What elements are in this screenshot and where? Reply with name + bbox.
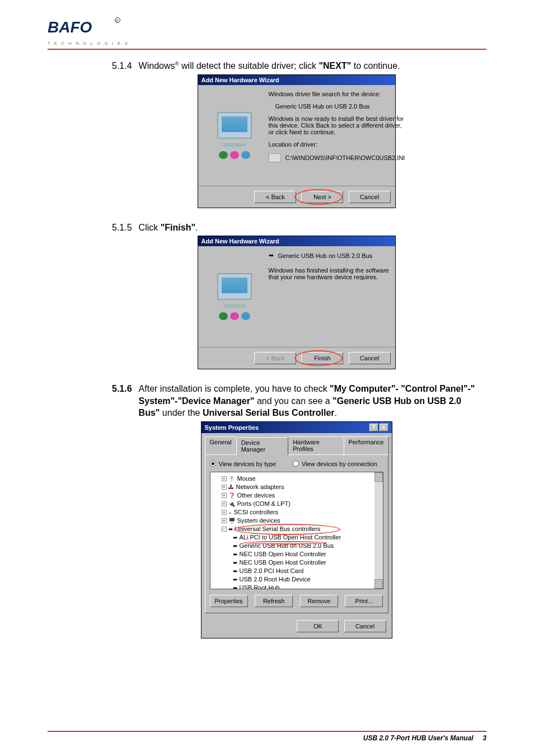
wizard-driver-path: C:\WINDOWS\INF\OTHER\OWC0USB2.INI [269, 153, 405, 162]
hardware-wizard-dialog-2: Add New Hardware Wizard ⬌ Generic USB Hu… [198, 236, 396, 369]
step-number: 5.1.5 [112, 222, 132, 234]
footer: USB 2.0 7-Port HUB User's Manual 3 [48, 731, 486, 742]
step-number: 5.1.4 [112, 60, 132, 72]
tree-usb-item[interactable]: ⬌NEC USB Open Host Controller [214, 558, 380, 567]
svg-text:BAFO: BAFO [48, 18, 92, 36]
header: BAFO R T E C H N O L O G I E S [48, 17, 486, 45]
step-516: 5.1.6 After installation is complete, yo… [112, 383, 481, 419]
inf-file-icon [269, 153, 281, 162]
logo: BAFO R T E C H N O L O G I E S [48, 17, 129, 45]
tree-scsi[interactable]: +⬩SCSI controllers [214, 508, 380, 516]
close-button[interactable]: × [380, 424, 388, 431]
wizard-line4: Location of driver: [269, 141, 405, 148]
help-button[interactable]: ? [369, 424, 378, 431]
wizard-illustration [204, 252, 265, 341]
dialog-title-bar: System Properties ? × [202, 422, 392, 433]
tree-mouse[interactable]: +🖱️Mouse [214, 475, 380, 483]
step-text: Windows® will detect the suitable driver… [139, 60, 481, 72]
tree-network[interactable]: +🖧Network adapters [214, 483, 380, 491]
scrollbar[interactable] [374, 472, 383, 589]
footer-rule [48, 731, 486, 732]
tree-ports[interactable]: +🔌Ports (COM & LPT) [214, 500, 380, 508]
wizard2-line1: ⬌ Generic USB Hub on USB 2.0 Bus [269, 252, 390, 259]
tree-system[interactable]: +🖥️System devices [214, 516, 380, 525]
tree-other[interactable]: +❓Other devices [214, 491, 380, 500]
svg-text:R: R [116, 19, 119, 22]
wizard-line2: Generic USB Hub on USB 2.0 Bus [269, 103, 405, 110]
cancel-button[interactable]: Cancel [349, 191, 391, 203]
tree-usb-item[interactable]: ⬌USB 2.0 Root Hub Device [214, 575, 380, 584]
tabs: General Device Manager Hardware Profiles… [205, 436, 388, 454]
tree-usb-item[interactable]: ⬌USB Root Hub [214, 584, 380, 589]
wizard-line1: Windows driver file search for the devic… [269, 91, 405, 97]
tab-general[interactable]: General [205, 436, 237, 454]
footer-title: USB 2.0 7-Port HUB User's Manual [363, 734, 474, 742]
properties-button[interactable]: Properties [210, 595, 248, 607]
step-number: 5.1.6 [112, 383, 132, 419]
tree-usb-item[interactable]: ⬌NEC USB Open Host Controller [214, 550, 380, 558]
hardware-wizard-dialog-1: Add New Hardware Wizard Windows driver f… [198, 74, 396, 208]
header-rule [48, 49, 486, 50]
back-button: < Back [254, 352, 296, 364]
ok-button[interactable]: OK [297, 620, 339, 632]
step-514: 5.1.4 Windows® will detect the suitable … [112, 60, 481, 72]
finish-button[interactable]: Finish [301, 352, 343, 364]
view-by-type-radio[interactable] [210, 461, 216, 467]
cancel-button[interactable]: Cancel [344, 620, 386, 632]
step-515: 5.1.5 Click "Finish". [112, 222, 481, 234]
tree-usb-item[interactable]: ⬌Generic USB Hub on USB 2.0 Bus [214, 542, 380, 550]
page-number: 3 [483, 734, 486, 742]
tab-device-manager[interactable]: Device Manager [236, 437, 288, 455]
system-properties-dialog: System Properties ? × General Device Man… [201, 421, 392, 638]
refresh-button[interactable]: Refresh [255, 595, 293, 607]
next-button[interactable]: Next > [301, 191, 343, 203]
view-by-connection-radio[interactable] [293, 461, 299, 467]
wizard-line3: Windows is now ready to install the best… [269, 115, 405, 135]
wizard2-line2: Windows has finished installing the soft… [269, 267, 390, 280]
dialog-title: Add New Hardware Wizard [198, 236, 395, 246]
step-text: After installation is complete, you have… [139, 383, 481, 419]
device-tree[interactable]: +🖱️Mouse +🖧Network adapters +❓Other devi… [210, 472, 383, 589]
usb-device-icon: ⬌ [269, 252, 274, 259]
dialog-title: System Properties [205, 424, 259, 431]
bafo-logo-icon: BAFO R [48, 17, 126, 38]
view-by-type-label: View devices by type [219, 461, 277, 467]
cancel-button[interactable]: Cancel [349, 352, 391, 364]
logo-tagline: T E C H N O L O G I E S [48, 41, 129, 45]
wizard-illustration [204, 91, 265, 180]
tree-usb-item[interactable]: ⬌USB 2.0 PCI Host Card [214, 567, 380, 575]
dialog-title: Add New Hardware Wizard [198, 75, 395, 85]
step-text: Click "Finish". [139, 222, 481, 234]
back-button[interactable]: < Back [254, 191, 296, 203]
print-button[interactable]: Print... [345, 595, 383, 607]
remove-button[interactable]: Remove [300, 595, 338, 607]
tab-hardware-profiles[interactable]: Hardware Profiles [288, 436, 344, 454]
tab-performance[interactable]: Performance [344, 436, 389, 454]
view-by-connection-label: View devices by connection [302, 461, 377, 467]
tree-usb[interactable]: −⬌Universal Serial Bus controllers [214, 525, 380, 533]
tree-usb-item[interactable]: ⬌ALi PCI to USB Open Host Controller [214, 533, 380, 542]
